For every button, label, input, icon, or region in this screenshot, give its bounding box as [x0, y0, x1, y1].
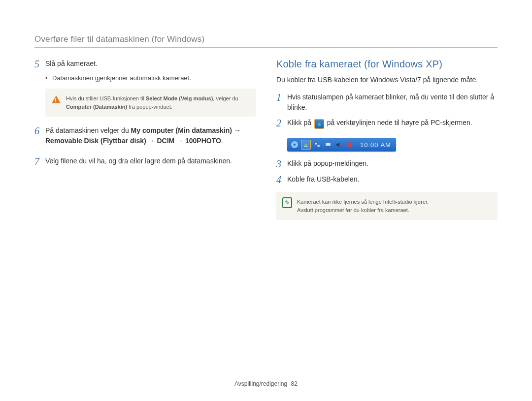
- bullet-text: Datamaskinen gjenkjenner automatisk kame…: [52, 74, 191, 82]
- left-column: 5 Slå på kameraet. • Datamaskinen gjenkj…: [34, 59, 256, 229]
- tray-clock[interactable]: 10:00 AM: [360, 141, 391, 149]
- svg-rect-3: [315, 143, 317, 145]
- svg-rect-0: [318, 125, 321, 126]
- page-footer: Avspilling/redigering 82: [0, 380, 532, 387]
- section-intro: Du kobler fra USB-kabelen for Windows Vi…: [276, 75, 498, 85]
- step-6: 6 På datamaskinen velger du My computer …: [34, 125, 256, 146]
- step-5: 5 Slå på kameraet.: [34, 59, 256, 69]
- tray-network-icon[interactable]: [313, 140, 322, 149]
- footer-page-number: 82: [291, 380, 298, 387]
- right-column: Koble fra kameraet (for Windows XP) Du k…: [276, 59, 498, 229]
- tray-safely-remove-icon[interactable]: [301, 140, 311, 150]
- content-columns: 5 Slå på kameraet. • Datamaskinen gjenkj…: [34, 59, 498, 229]
- note-text: Hvis du stiller USB-funksjonen til Selec…: [66, 94, 249, 111]
- step-5-bullet: • Datamaskinen gjenkjenner automatisk ka…: [45, 74, 256, 82]
- step-text: Slå på kameraet.: [45, 59, 256, 69]
- step-number: 5: [34, 59, 45, 69]
- tray-shield-icon[interactable]: [345, 140, 354, 149]
- note-text: Kameraet kan ikke fjernes så lenge Intel…: [297, 198, 429, 214]
- step-text: Velg filene du vil ha, og dra eller lagr…: [45, 156, 256, 166]
- step-number: 6: [34, 125, 45, 136]
- usb-mode-note: Hvis du stiller USB-funksjonen til Selec…: [45, 89, 256, 117]
- step-7: 7 Velg filene du vil ha, og dra eller la…: [34, 156, 256, 167]
- svg-rect-5: [326, 143, 331, 146]
- step-text: Klikk på på verktøylinjen nede til høyre…: [287, 118, 498, 129]
- step-text: Hvis statuslampen på kameraet blinker, m…: [287, 92, 498, 113]
- svg-rect-6: [327, 147, 329, 148]
- svg-rect-4: [317, 145, 320, 147]
- header-divider: [34, 47, 498, 48]
- step-text: Koble fra USB-kabelen.: [287, 174, 498, 185]
- intelli-studio-note: ✎ Kameraet kan ikke fjernes så lenge Int…: [276, 192, 498, 220]
- svg-rect-2: [304, 146, 308, 147]
- footer-section: Avspilling/redigering: [234, 380, 287, 387]
- section-heading: Koble fra kameraet (for Windows XP): [276, 59, 498, 70]
- page: Overføre filer til datamaskinen (for Win…: [0, 0, 532, 401]
- tray-volume-icon[interactable]: [334, 140, 343, 149]
- safely-remove-icon: [314, 119, 324, 129]
- tray-expand-icon[interactable]: [290, 140, 299, 149]
- step-text: Klikk på popup-meldingen.: [287, 158, 498, 169]
- step-number: 4: [276, 174, 287, 185]
- system-tray: 10:00 AM: [287, 138, 396, 152]
- right-step-2: 2 Klikk på på verktøylinjen nede til høy…: [276, 118, 498, 129]
- bullet-icon: •: [45, 74, 52, 82]
- step-number: 7: [34, 156, 45, 167]
- step-number: 1: [276, 92, 287, 103]
- tray-display-icon[interactable]: [324, 140, 332, 149]
- right-step-4: 4 Koble fra USB-kabelen.: [276, 174, 498, 185]
- warning-icon: [51, 94, 61, 104]
- step-text: På datamaskinen velger du My computer (M…: [45, 125, 256, 146]
- note-icon: ✎: [282, 198, 292, 208]
- right-step-1: 1 Hvis statuslampen på kameraet blinker,…: [276, 92, 498, 113]
- step-number: 3: [276, 158, 287, 169]
- step-number: 2: [276, 118, 287, 128]
- right-step-3: 3 Klikk på popup-meldingen.: [276, 158, 498, 169]
- page-title: Overføre filer til datamaskinen (for Win…: [34, 34, 498, 44]
